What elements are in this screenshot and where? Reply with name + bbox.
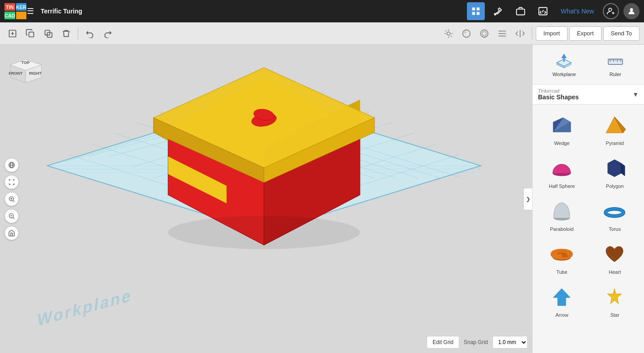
polygon-label: Polygon (606, 183, 624, 189)
shape-arrow[interactable]: Arrow (536, 280, 588, 321)
ruler-tool[interactable]: Ruler (603, 50, 628, 79)
shape-library-header[interactable]: Tinkercad Basic Shapes ▼ (533, 85, 644, 105)
grid-icon (471, 6, 481, 16)
export-button[interactable]: Export (569, 26, 602, 41)
svg-point-110 (606, 209, 623, 216)
logo-bl: CAD (4, 12, 15, 19)
redo-button[interactable] (100, 26, 116, 42)
pyramid-label: Pyramid (606, 140, 624, 146)
svg-rect-3 (477, 12, 479, 15)
heart-icon (602, 241, 628, 268)
shape-star[interactable]: Star (589, 280, 641, 321)
align-button[interactable] (494, 26, 510, 42)
svg-line-17 (451, 36, 452, 37)
paraboloid-label: Paraboloid (550, 226, 574, 232)
svg-line-16 (445, 30, 446, 31)
new-design-button[interactable] (4, 26, 21, 42)
toolbar-separator-1 (78, 27, 78, 40)
copy-button[interactable] (40, 26, 56, 42)
logo-tr: KER (16, 3, 26, 11)
view-mode-button[interactable] (458, 26, 475, 42)
svg-point-85 (168, 216, 360, 249)
workplane-icon (555, 52, 573, 70)
right-panel: Workplane Ruler (532, 45, 644, 353)
wedge-label: Wedge (554, 140, 570, 146)
add-user-button[interactable] (603, 3, 619, 19)
shape-paraboloid[interactable]: Paraboloid (536, 194, 588, 235)
torus-icon (602, 198, 628, 225)
logo-tl: TIN (4, 3, 15, 11)
shape-wedge[interactable]: Wedge (536, 108, 588, 149)
collapse-panel-button[interactable]: ❯ (523, 188, 532, 210)
svg-rect-1 (477, 8, 479, 10)
svg-rect-115 (553, 254, 562, 257)
svg-point-20 (463, 30, 470, 37)
shape-library-name: Basic Shapes (538, 94, 579, 101)
canvas-area[interactable]: TOP FRONT RIGHT (0, 45, 532, 353)
shape-torus[interactable]: Torus (589, 194, 641, 235)
nav-learn-button[interactable] (489, 2, 507, 20)
workplane-tool[interactable]: Workplane (549, 50, 579, 79)
shape-polygon[interactable]: Polygon (589, 151, 641, 192)
delete-button[interactable] (58, 26, 74, 42)
nav-simulate-button[interactable] (534, 2, 552, 20)
ruler-icon (606, 52, 624, 70)
sendto-button[interactable]: Send To (603, 26, 640, 41)
heart-label: Heart (609, 269, 621, 275)
torus-label: Torus (609, 226, 621, 232)
logo-br (16, 12, 26, 19)
polygon-icon (602, 155, 628, 182)
arrow-label: Arrow (555, 312, 568, 318)
paraboloid-icon (548, 198, 575, 225)
star-label: Star (610, 312, 619, 318)
workplane-tool-label: Workplane (552, 72, 576, 77)
wedge-icon (548, 112, 575, 139)
svg-rect-10 (29, 32, 34, 37)
logo[interactable]: TIN KER CAD (4, 3, 22, 19)
svg-rect-4 (494, 13, 496, 16)
nav-grid-button[interactable] (467, 2, 485, 20)
svg-rect-5 (517, 9, 525, 15)
arrow-shape-icon (548, 284, 575, 310)
shape-half-sphere[interactable]: Half Sphere (536, 151, 588, 192)
view-options-button[interactable] (476, 26, 492, 42)
svg-rect-116 (562, 254, 568, 257)
toolbar-separator-2 (532, 27, 532, 40)
mirror-button[interactable] (512, 26, 528, 42)
svg-point-22 (483, 31, 487, 35)
duplicate-button[interactable] (22, 26, 38, 42)
app-title: Terrific Turing (41, 8, 82, 15)
svg-marker-90 (561, 54, 567, 58)
pyramid-icon (602, 112, 628, 139)
shapes-grid: Wedge Pyramid (533, 105, 644, 353)
shape-pyramid[interactable]: Pyramid (589, 108, 641, 149)
star-icon (602, 284, 628, 310)
hamburger-menu-icon[interactable]: ☰ (27, 6, 34, 16)
scene-svg (0, 45, 532, 353)
svg-point-13 (447, 32, 450, 35)
tube-label: Tube (556, 269, 568, 275)
top-nav: TIN KER CAD ☰ Terrific Turing What's New (0, 0, 644, 22)
svg-point-7 (609, 8, 612, 11)
edit-grid-button[interactable]: Edit Grid (427, 336, 459, 349)
light-button[interactable] (441, 26, 457, 42)
briefcase-icon (516, 6, 525, 16)
shape-tube[interactable]: Tube (536, 237, 588, 278)
user-avatar[interactable] (623, 3, 640, 19)
import-button[interactable]: Import (536, 26, 568, 41)
svg-point-8 (630, 8, 633, 11)
whats-new-button[interactable]: What's New (556, 8, 598, 15)
nav-projects-button[interactable] (512, 2, 530, 20)
shape-heart[interactable]: Heart (589, 237, 641, 278)
snap-grid-select[interactable]: 1.0 mm 0.5 mm 0.1 mm 2.0 mm (492, 336, 528, 349)
shape-library-dropdown-icon: ▼ (632, 91, 639, 98)
ruler-tool-label: Ruler (610, 72, 621, 77)
undo-button[interactable] (82, 26, 98, 42)
shape-library-provider: Tinkercad (538, 88, 579, 94)
main-area: TOP FRONT RIGHT (0, 45, 644, 353)
snap-grid-label: Snap Grid (464, 339, 488, 345)
half-sphere-icon (548, 155, 575, 182)
svg-marker-118 (607, 289, 622, 304)
code-icon (538, 6, 548, 16)
toolbar: Import Export Send To (0, 22, 644, 45)
